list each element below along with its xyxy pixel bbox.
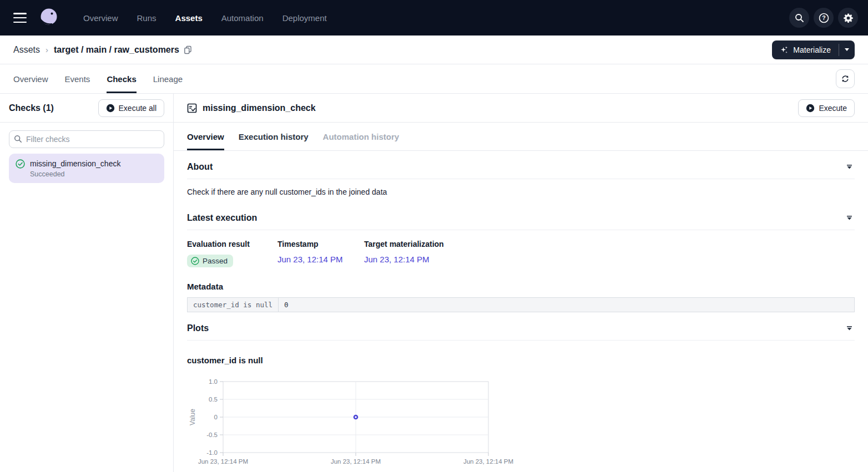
- sparkles-icon: [780, 45, 789, 54]
- metadata-row: customer_id is null 0: [188, 298, 855, 312]
- play-circle-icon: [106, 104, 115, 113]
- nav-item-runs[interactable]: Runs: [137, 13, 157, 23]
- about-description: Check if there are any null customer_ids…: [187, 187, 855, 196]
- refresh-icon: [841, 74, 850, 83]
- detail-tab-bar: Overview Execution history Automation hi…: [174, 123, 868, 151]
- check-detail-title: missing_dimension_check: [203, 103, 316, 113]
- metadata-value: 0: [279, 298, 855, 312]
- detail-tab-automation-history[interactable]: Automation history: [323, 123, 400, 150]
- settings-button[interactable]: [838, 8, 858, 28]
- value-plot: 1.00.50-0.5-1.0Jun 23, 12:14 PMJun 23, 1…: [187, 377, 855, 472]
- metadata-key: customer_id is null: [188, 298, 279, 312]
- primary-nav: Overview Runs Assets Automation Deployme…: [83, 13, 327, 23]
- checks-panel-title: Checks (1): [9, 103, 54, 113]
- execute-all-label: Execute all: [119, 104, 157, 113]
- detail-tab-execution-history[interactable]: Execution history: [239, 123, 309, 150]
- svg-text:?: ?: [822, 14, 825, 21]
- check-asset-icon: [187, 103, 197, 113]
- svg-text:Jun 23, 12:14 PM: Jun 23, 12:14 PM: [463, 458, 513, 465]
- check-circle-icon: [191, 257, 199, 265]
- search-icon: [795, 13, 804, 23]
- plots-collapse-button[interactable]: [844, 324, 855, 333]
- chevron-down-icon: [845, 48, 849, 51]
- scatter-chart: 1.00.50-0.5-1.0Jun 23, 12:14 PMJun 23, 1…: [187, 377, 548, 471]
- hamburger-menu-icon[interactable]: [13, 13, 27, 23]
- breadcrumb-bar: Assets › target / main / raw_customers M…: [0, 35, 868, 64]
- tab-lineage[interactable]: Lineage: [153, 64, 183, 93]
- execute-all-button[interactable]: Execute all: [98, 99, 164, 117]
- breadcrumb-chevron-icon: ›: [46, 45, 48, 54]
- materialize-dropdown-button[interactable]: [839, 40, 855, 59]
- about-collapse-button[interactable]: [844, 163, 855, 171]
- col-target-materialization: Target materialization: [364, 240, 855, 248]
- col-timestamp: Timestamp: [277, 240, 364, 248]
- filter-search-icon: [14, 135, 22, 145]
- nav-item-deployment[interactable]: Deployment: [282, 13, 327, 23]
- search-button[interactable]: [789, 8, 809, 28]
- checks-sidebar: Checks (1) Execute all: [0, 94, 174, 472]
- latest-execution-heading: Latest execution: [187, 213, 257, 223]
- check-status: Succeeded: [30, 170, 120, 178]
- svg-text:Value: Value: [189, 409, 196, 425]
- metadata-table: customer_id is null 0: [187, 297, 855, 312]
- nav-item-assets[interactable]: Assets: [175, 13, 203, 23]
- collapse-caret-icon: [846, 216, 852, 220]
- col-evaluation-result: Evaluation result: [187, 240, 277, 248]
- top-nav: Overview Runs Assets Automation Deployme…: [0, 0, 868, 35]
- check-circle-icon: [16, 159, 25, 169]
- passed-label: Passed: [203, 257, 228, 265]
- breadcrumb-asset-path: target / main / raw_customers: [54, 45, 179, 55]
- svg-text:1.0: 1.0: [209, 378, 218, 385]
- check-name: missing_dimension_check: [30, 159, 120, 169]
- plot-title: customer_id is null: [187, 356, 855, 365]
- svg-text:-0.5: -0.5: [206, 432, 218, 438]
- timestamp-link[interactable]: Jun 23, 12:14 PM: [277, 255, 343, 264]
- tab-overview[interactable]: Overview: [13, 64, 48, 93]
- svg-text:Jun 23, 12:14 PM: Jun 23, 12:14 PM: [198, 458, 248, 465]
- detail-scroll-area: About Check if there are any null custom…: [174, 151, 868, 472]
- latest-execution-collapse-button[interactable]: [844, 214, 855, 222]
- svg-text:-1.0: -1.0: [206, 449, 218, 456]
- play-circle-icon: [806, 104, 815, 113]
- about-heading: About: [187, 162, 213, 172]
- detail-tab-overview[interactable]: Overview: [187, 123, 224, 150]
- help-button[interactable]: ?: [814, 8, 834, 28]
- copy-icon[interactable]: [184, 45, 192, 54]
- gear-icon: [843, 13, 854, 23]
- asset-tab-bar: Overview Events Checks Lineage: [0, 64, 868, 94]
- collapse-caret-icon: [846, 326, 852, 331]
- metadata-heading: Metadata: [187, 282, 855, 291]
- svg-text:0.5: 0.5: [209, 396, 218, 403]
- help-icon: ?: [819, 13, 829, 23]
- check-list-item[interactable]: missing_dimension_check Succeeded: [9, 154, 164, 183]
- materialize-button[interactable]: Materialize: [772, 40, 839, 59]
- filter-checks-input[interactable]: [9, 130, 164, 148]
- dagster-logo-icon[interactable]: [37, 6, 60, 29]
- execute-label: Execute: [819, 104, 847, 113]
- latest-execution-summary: Evaluation result Passed Timestamp J: [187, 240, 855, 267]
- tab-checks[interactable]: Checks: [107, 64, 136, 93]
- check-detail-panel: missing_dimension_check Execute Overview…: [174, 94, 868, 472]
- nav-item-overview[interactable]: Overview: [83, 13, 118, 23]
- nav-item-automation[interactable]: Automation: [221, 13, 264, 23]
- passed-badge: Passed: [187, 255, 233, 267]
- execute-button[interactable]: Execute: [798, 99, 855, 117]
- tab-events[interactable]: Events: [65, 64, 90, 93]
- refresh-button[interactable]: [836, 69, 855, 88]
- target-materialization-link[interactable]: Jun 23, 12:14 PM: [364, 255, 430, 264]
- collapse-caret-icon: [846, 165, 852, 169]
- breadcrumb-assets-link[interactable]: Assets: [13, 45, 40, 55]
- materialize-split-button: Materialize: [772, 40, 855, 59]
- materialize-label: Materialize: [793, 45, 831, 54]
- svg-text:0: 0: [214, 414, 218, 420]
- plots-heading: Plots: [187, 323, 209, 333]
- svg-text:Jun 23, 12:14 PM: Jun 23, 12:14 PM: [331, 458, 381, 465]
